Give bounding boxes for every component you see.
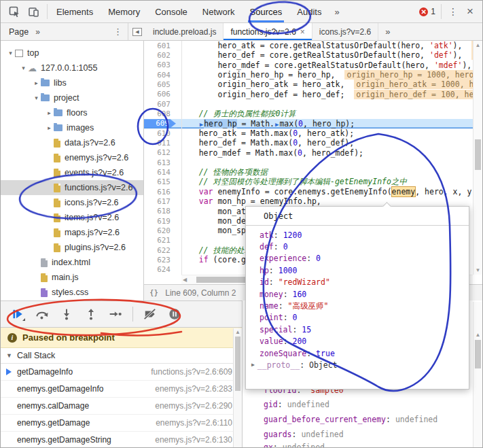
code-line-610[interactable]: 610 hero_atk = Math.max(0, hero_atk); [144, 128, 482, 138]
scroll-up-icon[interactable]: ▲ [473, 42, 482, 48]
code-line-612[interactable]: 612 hero_mdef = Math.max(0, hero_mdef); [144, 148, 482, 158]
line-number[interactable]: 611 [144, 139, 176, 148]
call-stack-frame-enemys-getdamageinfo[interactable]: enemys.getDamageInfoenemys.js?v=2.6:283 [1, 381, 242, 398]
line-number[interactable]: 624 [144, 265, 176, 274]
pretty-print-icon[interactable]: {} [149, 288, 158, 297]
step-into-button[interactable] [59, 307, 74, 322]
call-stack-frame-enemys-getdamagestring[interactable]: enemys.getDamageStringenemys.js?v=2.6:13… [1, 432, 242, 447]
tree-item-127-0-0-1-1055[interactable]: ▾☁127.0.0.1:1055 [1, 61, 143, 75]
code-line-606[interactable]: 606 origin_hero_def = hero_def;origin_he… [144, 90, 482, 99]
pause-on-exceptions-button[interactable] [167, 307, 182, 322]
line-number[interactable]: 604 [144, 71, 176, 80]
scroll-up-icon[interactable]: ▲ [473, 332, 482, 338]
line-number[interactable]: 617 [144, 197, 176, 206]
step-out-button[interactable] [84, 307, 99, 322]
tree-item-maps-js-v-2-6[interactable]: maps.js?v=2.6 [1, 225, 143, 240]
tree-item-index-html[interactable]: index.html [1, 255, 143, 270]
tabs-overflow-chevron[interactable]: » [378, 23, 397, 40]
scroll-left-icon[interactable]: ◀ [183, 277, 187, 283]
code-line-609[interactable]: 609 ▶hero_hp = Math.▶max(0, hero_hp); [144, 119, 482, 128]
panel-tab-network[interactable]: Network [195, 1, 243, 22]
popup-prop-proto[interactable]: ▶__proto__: Object [246, 359, 469, 371]
scope-scrollbar[interactable]: ▲ [473, 302, 482, 447]
panel-tab-elements[interactable]: Elements [49, 1, 101, 22]
code-line-604[interactable]: 604 origin_hero_hp = hero_hp,origin_hero… [144, 70, 482, 80]
line-number[interactable]: 619 [144, 217, 176, 226]
error-badge[interactable]: ✕ 1 [419, 7, 435, 16]
step-button[interactable] [108, 307, 123, 322]
tree-item-floors[interactable]: ▸floors [1, 105, 143, 120]
line-number[interactable]: 614 [144, 168, 176, 177]
tree-item-plugins-js-v-2-6[interactable]: plugins.js?v=2.6 [1, 240, 143, 255]
call-stack-frame-enemys-getdamage[interactable]: enemys.getDamageenemys.js?v=2.6:110 [1, 415, 242, 432]
line-number[interactable]: 607 [144, 100, 176, 109]
tree-item-images[interactable]: ▸images [1, 120, 143, 135]
line-number[interactable]: 618 [144, 207, 176, 216]
tree-item-project[interactable]: ▾project [1, 90, 143, 105]
line-number[interactable]: 608 [144, 109, 176, 118]
code-line-602[interactable]: 602 hero_def = core.getRealStatusOrDefau… [144, 50, 482, 60]
panel-tab-sources[interactable]: Sources [243, 1, 290, 22]
code-line-616[interactable]: 616 var enemyInfo = core.enemys.getEnemy… [144, 187, 482, 196]
panel-tab-audits[interactable]: Audits [289, 1, 329, 22]
device-toolbar-icon[interactable] [25, 3, 41, 20]
callstack-scrollbar[interactable]: ▲ [233, 328, 242, 447]
scope-var-gx[interactable]: gx: undefined [264, 440, 325, 447]
scope-scroll-thumb[interactable] [475, 340, 481, 368]
tree-item-events-js-v-2-6[interactable]: events.js?v=2.6 [1, 165, 143, 180]
line-number[interactable]: 612 [144, 148, 176, 157]
panel-tab-console[interactable]: Console [147, 1, 195, 22]
line-number[interactable]: 620 [144, 226, 176, 235]
line-number[interactable]: 621 [144, 236, 176, 245]
tree-item-enemys-js-v-2-6[interactable]: enemys.js?v=2.6 [1, 150, 143, 165]
editor-tab-functions-js-v-2-6[interactable]: functions.js?v=2.6× [223, 23, 312, 40]
line-number[interactable]: 616 [144, 188, 176, 196]
line-number[interactable]: 605 [144, 80, 176, 89]
line-number[interactable]: 615 [144, 177, 176, 186]
line-number[interactable]: 623 [144, 256, 176, 264]
devtools-menu-icon[interactable]: ⋮ [447, 8, 459, 15]
code-line-615[interactable]: 615 // 对坚固模仿等处理挪到了脚本编辑-getEnemyInfo之中 [144, 177, 482, 187]
tree-item-data-js-v-2-6[interactable]: data.js?v=2.6 [1, 135, 143, 150]
line-number[interactable]: 602 [144, 51, 176, 60]
inspect-element-icon[interactable] [6, 3, 22, 20]
line-number[interactable]: 610 [144, 129, 176, 138]
line-number[interactable]: 613 [144, 158, 176, 167]
line-number[interactable]: 622 [144, 246, 176, 255]
line-number[interactable]: 603 [144, 61, 176, 69]
code-line-614[interactable]: 614 // 怪物的各项数据 [144, 167, 482, 177]
navigator-overflow-chevron[interactable]: » [35, 27, 40, 37]
scroll-down-icon[interactable]: ▼ [473, 267, 482, 273]
tree-item-libs[interactable]: ▸libs [1, 75, 143, 90]
callstack-scroll-thumb[interactable] [235, 337, 240, 391]
step-over-button[interactable] [35, 307, 50, 322]
code-line-605[interactable]: 605 origin_hero_atk = hero_atk,origin_he… [144, 80, 482, 89]
editor-vertical-scrollbar[interactable]: ▲ ▼ [473, 41, 482, 275]
close-tab-icon[interactable]: × [300, 27, 305, 37]
code-line-603[interactable]: 603 hero_mdef = core.getRealStatusOrDefa… [144, 61, 482, 70]
tree-item-icons-js-v-2-6[interactable]: icons.js?v=2.6 [1, 195, 143, 210]
code-line-608[interactable]: 608 // 勇士的负属性都按0计算 [144, 109, 482, 118]
call-stack-header[interactable]: ▼ Call Stack [1, 348, 242, 364]
panel-overflow-chevron[interactable]: » [329, 7, 344, 17]
tree-item-styles-css[interactable]: styles.css [1, 285, 143, 300]
code-line-601[interactable]: 601 hero_atk = core.getRealStatusOrDefau… [144, 41, 482, 50]
navigator-menu-icon[interactable]: ⋮ [113, 29, 128, 35]
call-stack-frame-enemys-caldamage[interactable]: enemys.calDamageenemys.js?v=2.6:290 [1, 398, 242, 415]
panel-tab-memory[interactable]: Memory [101, 1, 147, 22]
call-stack-frame-getdamageinfo[interactable]: getDamageInfofunctions.js?v=2.6:609 [1, 364, 242, 381]
tree-item-items-js-v-2-6[interactable]: items.js?v=2.6 [1, 210, 143, 225]
navigator-tab-page[interactable]: Page [1, 23, 35, 40]
close-devtools-icon[interactable]: × [463, 5, 477, 18]
editor-tab-icons-js-v-2-6[interactable]: icons.js?v=2.6 [312, 23, 378, 40]
line-number[interactable]: 606 [144, 90, 176, 99]
deactivate-breakpoints-button[interactable] [143, 307, 158, 322]
code-line-607[interactable]: 607 [144, 99, 482, 109]
line-number[interactable]: 601 [144, 41, 176, 50]
scope-var-gid[interactable]: gid: undefined [264, 397, 329, 411]
hide-navigator-icon[interactable]: ◀ [128, 23, 146, 40]
scope-var-guards[interactable]: guards: undefined [264, 427, 344, 441]
scroll-up-icon[interactable]: ▲ [234, 329, 242, 335]
tree-item-functions-js-v-2-6[interactable]: functions.js?v=2.6 [1, 180, 143, 195]
scope-var-guard-before-current-enemy[interactable]: guard_before_current_enemy: undefined [264, 412, 437, 426]
